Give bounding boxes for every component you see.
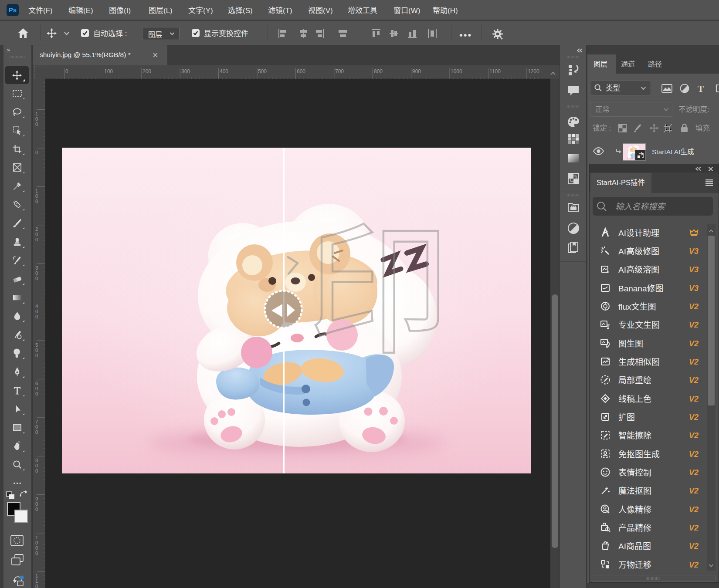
svg-text:印: 印: [307, 175, 451, 383]
